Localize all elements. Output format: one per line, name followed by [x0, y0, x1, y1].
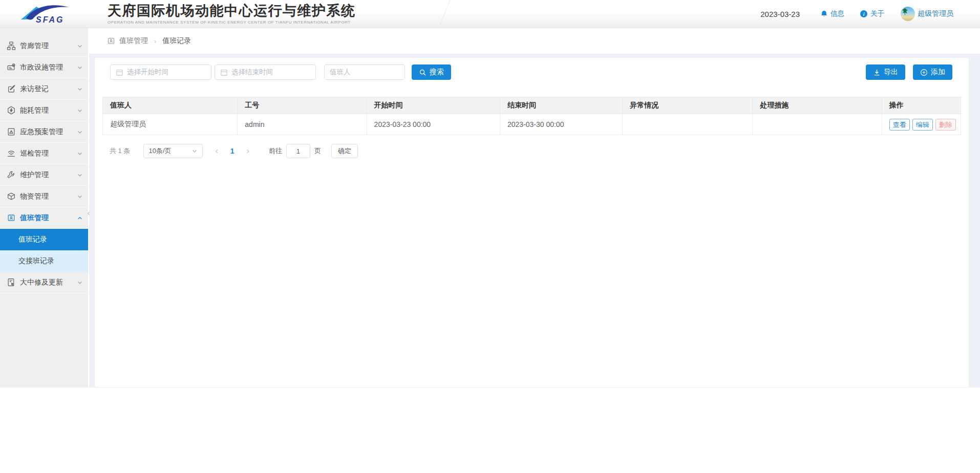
sidebar-item-2[interactable]: 市政设施管理 — [0, 57, 88, 78]
main-content: 值班管理 › 值班记录 选择开始时间 选择结束时间 — [89, 28, 980, 388]
sidebar-item-label: 应急预案管理 — [20, 127, 77, 137]
next-page-button[interactable]: › — [247, 146, 249, 156]
sidebar-item-label: 管廊管理 — [20, 41, 77, 51]
view-button[interactable]: 查看 — [889, 119, 910, 131]
chevron-up-icon — [77, 215, 83, 221]
energy-icon — [7, 106, 16, 115]
sidebar-item-9[interactable]: 值班管理 — [0, 207, 88, 229]
page-size-select[interactable]: 10条/页 — [143, 144, 203, 158]
chevron-down-icon — [77, 172, 83, 178]
inspection-icon — [7, 149, 16, 158]
chevron-down-icon — [191, 148, 198, 154]
sidebar-item-10[interactable]: 大中修及更新 — [0, 272, 88, 293]
search-icon — [419, 69, 427, 76]
table-cell: 2023-03-23 00:00 — [367, 114, 500, 135]
sidebar-item-label: 大中修及更新 — [20, 278, 77, 287]
column-header: 操作 — [882, 97, 961, 114]
materials-icon — [7, 192, 16, 201]
edit-button[interactable]: 编辑 — [912, 119, 933, 131]
end-time-input[interactable]: 选择结束时间 — [215, 64, 316, 80]
sidebar-item-8[interactable]: 物资管理 — [0, 186, 88, 207]
sidebar-item-label: 维护管理 — [20, 170, 77, 180]
current-date: 2023-03-23 — [760, 10, 800, 18]
content-card: 选择开始时间 选择结束时间 值班人 搜索 — [94, 57, 969, 388]
page-unit-label: 页 — [314, 146, 321, 156]
visitor-register-icon — [7, 84, 16, 93]
sidebar-item-7[interactable]: 维护管理 — [0, 164, 88, 186]
breadcrumb: 值班管理 › 值班记录 — [89, 28, 980, 54]
sidebar-item-label: 值班管理 — [20, 213, 77, 223]
chevron-down-icon — [77, 150, 83, 157]
about-button[interactable]: i 关于 — [860, 9, 884, 18]
calendar-icon — [220, 69, 228, 76]
sidebar-item-3[interactable]: 来访登记 — [0, 78, 88, 100]
page-size-value: 10条/页 — [148, 146, 171, 156]
sidebar-subitem[interactable]: 交接班记录 — [0, 250, 88, 272]
bottom-whitespace — [0, 388, 980, 473]
search-button[interactable]: 搜索 — [412, 64, 451, 80]
search-label: 搜索 — [430, 68, 444, 77]
about-label: 关于 — [870, 9, 884, 18]
municipal-facility-icon — [7, 63, 16, 72]
sidebar-item-6[interactable]: 巡检管理 — [0, 143, 88, 164]
breadcrumb-section[interactable]: 值班管理 — [119, 36, 148, 46]
column-header: 异常情况 — [623, 97, 753, 114]
delete-button[interactable]: 删除 — [935, 119, 956, 131]
start-time-placeholder: 选择开始时间 — [127, 68, 168, 77]
prev-page-button[interactable]: ‹ — [215, 146, 218, 156]
username[interactable]: 超级管理员 — [918, 9, 953, 18]
page-subtitle: OPERATION AND MAINTENANCE SYSTEM OF KINE… — [108, 20, 356, 25]
table-cell — [753, 114, 882, 135]
page-title: 天府国际机场动能中心运行与维护系统 — [108, 3, 356, 18]
bell-icon — [820, 10, 828, 18]
sidebar-item-4[interactable]: 能耗管理 — [0, 100, 88, 121]
avatar[interactable] — [901, 7, 915, 21]
messages-label: 信息 — [830, 9, 844, 18]
sidebar-item-1[interactable]: 管廊管理 — [0, 35, 88, 57]
breadcrumb-separator: › — [154, 37, 156, 45]
duty-person-placeholder: 值班人 — [330, 68, 351, 77]
export-button[interactable]: 导出 — [866, 64, 905, 80]
column-header: 开始时间 — [367, 97, 500, 114]
goto-page-input[interactable] — [286, 144, 310, 158]
info-icon: i — [860, 10, 868, 18]
duty-person-input[interactable]: 值班人 — [324, 64, 405, 80]
app-body: 管廊管理市政设施管理来访登记能耗管理应急预案管理巡检管理维护管理物资管理值班管理… — [0, 28, 980, 388]
sidebar-collapse-handle[interactable]: ‹ — [85, 205, 92, 220]
sidebar-subitem-label: 交接班记录 — [18, 256, 54, 266]
sidebar-item-label: 物资管理 — [20, 192, 77, 201]
column-header: 结束时间 — [500, 97, 622, 114]
current-page[interactable]: 1 — [230, 147, 235, 155]
table-cell: 超级管理员 — [103, 114, 238, 135]
breadcrumb-page: 值班记录 — [162, 36, 191, 46]
duty-record-table: 值班人工号开始时间结束时间异常情况处理措施操作 超级管理员admin2023-0… — [102, 97, 961, 135]
sidebar-subitem[interactable]: 值班记录 — [0, 229, 88, 250]
chevron-down-icon — [77, 86, 83, 92]
svg-text:SFAG: SFAG — [36, 15, 65, 24]
export-label: 导出 — [884, 68, 898, 77]
column-header: 处理措施 — [753, 97, 882, 114]
table-body: 超级管理员admin2023-03-23 00:002023-03-30 00:… — [103, 114, 961, 135]
sidebar-item-5[interactable]: 应急预案管理 — [0, 121, 88, 143]
maintenance-icon — [7, 170, 16, 179]
confirm-button[interactable]: 确定 — [331, 144, 358, 158]
table-header-row: 值班人工号开始时间结束时间异常情况处理措施操作 — [103, 97, 961, 114]
chevron-down-icon — [77, 193, 83, 200]
chevron-down-icon — [77, 129, 83, 135]
sidebar: 管廊管理市政设施管理来访登记能耗管理应急预案管理巡检管理维护管理物资管理值班管理… — [0, 28, 89, 388]
header-diagonal-divider — [424, 0, 465, 28]
overhaul-icon — [7, 278, 16, 287]
add-button[interactable]: 添加 — [913, 64, 952, 80]
pipe-gallery-icon — [7, 41, 16, 50]
svg-text:i: i — [863, 11, 865, 17]
start-time-input[interactable]: 选择开始时间 — [110, 64, 211, 80]
table-cell — [623, 114, 753, 135]
chevron-down-icon — [77, 64, 83, 71]
add-label: 添加 — [931, 68, 945, 77]
duty-badge-icon — [107, 37, 115, 45]
end-time-placeholder: 选择结束时间 — [231, 68, 273, 77]
chevron-down-icon — [77, 43, 83, 49]
messages-button[interactable]: 信息 — [820, 9, 844, 18]
actions-cell: 查看编辑删除 — [882, 114, 961, 135]
chevron-down-icon — [77, 107, 83, 114]
